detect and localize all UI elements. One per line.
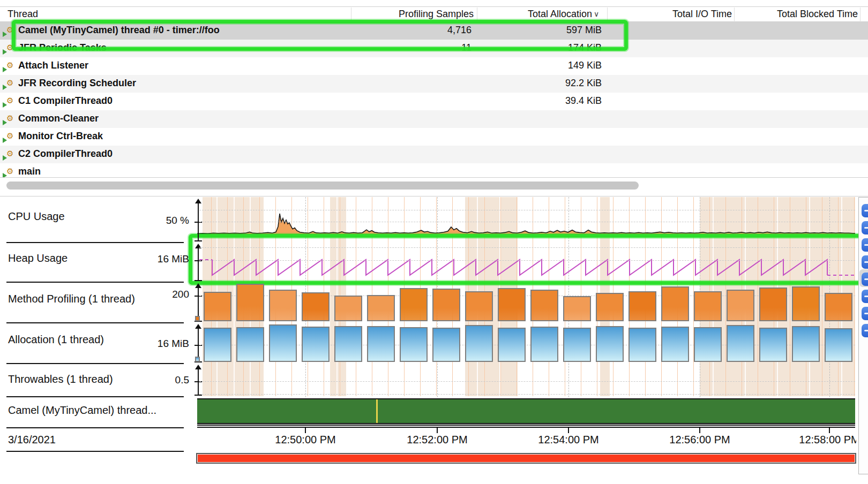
table-row[interactable]: ⚙main (0, 163, 868, 177)
lane-control-button[interactable] (862, 290, 868, 303)
allocation-bar[interactable] (628, 328, 656, 362)
method-profiling-bar[interactable] (498, 288, 526, 321)
total-allocation-cell: 174 KiB (505, 42, 602, 54)
table-row[interactable]: ⚙C2 CompilerThread0 (0, 146, 868, 163)
lane-gridline-cpu (199, 210, 855, 210)
time-axis-line2 (197, 427, 855, 428)
lane-axis-arrow-cpu (195, 199, 201, 203)
allocation-bar[interactable] (269, 324, 297, 362)
method-profiling-bar[interactable] (694, 291, 722, 321)
allocation-bar[interactable] (661, 327, 689, 362)
grid-line-vertical (822, 197, 822, 396)
lane-tick-label-alloc: 16 MiB (125, 338, 189, 350)
thread-gear-icon: ⚙ (6, 131, 13, 141)
table-row[interactable]: ⚙JFR Recording Scheduler92.2 KiB (0, 75, 868, 93)
thread-gear-icon: ⚙ (6, 78, 13, 88)
table-horizontal-scrollbar[interactable] (6, 182, 639, 190)
thread-gear-icon: ⚙ (6, 167, 13, 176)
lane-control-button[interactable] (862, 324, 868, 337)
lane-gridline-alloc (199, 345, 855, 345)
time-range-scrollbar-thumb[interactable] (198, 455, 855, 462)
method-profiling-bar[interactable] (204, 292, 231, 321)
column-header-thread[interactable]: Thread (8, 7, 38, 21)
grid-line-vertical (790, 197, 790, 396)
lane-control-button[interactable] (862, 204, 868, 217)
method-profiling-bar[interactable] (530, 290, 558, 321)
table-row[interactable]: ⚙Attach Listener149 KiB (0, 57, 868, 75)
time-axis-tick (437, 427, 438, 433)
column-header-total-allocation[interactable]: Total Allocation (485, 7, 592, 21)
thread-name-cell: C2 CompilerThread0 (18, 148, 113, 160)
allocation-bar[interactable] (563, 328, 591, 362)
lane-gridline-cpu (199, 222, 855, 222)
allocation-bar[interactable] (400, 327, 428, 362)
method-profiling-bar[interactable] (628, 291, 656, 321)
lane-separator (6, 282, 184, 283)
allocation-bar[interactable] (367, 326, 395, 362)
table-row[interactable]: ⚙C1 CompilerThread039.4 KiB (0, 93, 868, 110)
method-profiling-bar[interactable] (759, 288, 787, 321)
time-tick-label: 12:52:00 PM (394, 433, 480, 447)
time-range-scrollbar[interactable] (196, 453, 856, 464)
thread-event-marker (376, 399, 378, 423)
thread-gear-icon: ⚙ (6, 114, 13, 123)
allocation-bar[interactable] (596, 326, 624, 362)
thread-table: ThreadProfiling SamplesTotal AllocationT… (0, 0, 868, 196)
lane-control-button[interactable] (862, 221, 868, 235)
lane-control-button[interactable] (862, 273, 868, 286)
method-profiling-bar[interactable] (334, 296, 362, 321)
time-tick-label: 12:58:00 PM (787, 433, 856, 447)
allocation-bar[interactable] (302, 327, 330, 362)
allocation-bar[interactable] (792, 326, 820, 362)
sort-descending-icon[interactable]: ∨ (594, 7, 604, 21)
profiling-samples-cell: 11 (375, 42, 472, 54)
thread-name-cell: main (18, 166, 41, 177)
time-axis-tick (699, 427, 700, 433)
allocation-bar[interactable] (825, 328, 852, 362)
allocation-bar[interactable] (236, 327, 264, 362)
lane-separator (6, 242, 184, 243)
table-row[interactable]: ⚙Monitor Ctrl-Break (0, 128, 868, 146)
method-profiling-bar[interactable] (400, 288, 428, 321)
lane-axis-basetick-cpu (194, 240, 202, 241)
allocation-bar[interactable] (432, 328, 460, 362)
column-header-profiling-samples[interactable]: Profiling Samples (366, 7, 474, 21)
total-allocation-cell: 92.2 KiB (505, 78, 602, 89)
method-profiling-bar[interactable] (825, 293, 852, 321)
thread-activity-span[interactable] (197, 398, 855, 424)
method-profiling-bar[interactable] (727, 290, 754, 321)
allocation-bar[interactable] (465, 325, 493, 362)
lane-control-button[interactable] (862, 307, 868, 320)
allocation-bar[interactable] (334, 326, 362, 362)
method-profiling-bar[interactable] (661, 286, 689, 321)
lane-control-button[interactable] (862, 238, 868, 252)
method-profiling-bar[interactable] (596, 293, 624, 321)
table-row[interactable]: ⚙JFR Periodic Tasks11174 KiB (0, 40, 868, 57)
lane-control-button[interactable] (862, 255, 868, 269)
allocation-bar[interactable] (530, 327, 558, 362)
column-header-total-io-time[interactable]: Total I/O Time (625, 7, 732, 21)
method-profiling-bar[interactable] (792, 286, 820, 321)
allocation-bar[interactable] (694, 327, 722, 362)
allocation-bar[interactable] (759, 328, 787, 362)
thread-name-cell: C1 CompilerThread0 (18, 95, 113, 107)
allocation-bar-clipped (195, 357, 200, 362)
column-header-total-blocked-time[interactable]: Total Blocked Time (751, 7, 858, 21)
table-row[interactable]: ⚙Camel (MyTinyCamel) thread #0 - timer:/… (0, 22, 868, 40)
method-profiling-bar[interactable] (465, 291, 493, 321)
method-profiling-bar[interactable] (432, 289, 460, 321)
thread-gear-icon: ⚙ (6, 61, 13, 70)
thread-name-cell: Common-Cleaner (18, 113, 99, 124)
method-profiling-bar[interactable] (302, 292, 330, 321)
method-profiling-bar[interactable] (367, 295, 395, 321)
method-profiling-bar[interactable] (269, 290, 297, 321)
allocation-bar[interactable] (727, 325, 754, 362)
lane-separator (6, 451, 184, 452)
lane-label-thread-activity: Camel (MyTinyCamel) thread... (8, 404, 156, 417)
allocation-bar[interactable] (498, 328, 526, 362)
table-row[interactable]: ⚙Common-Cleaner (0, 110, 868, 128)
grid-line-vertical (758, 197, 758, 396)
method-profiling-bar[interactable] (563, 296, 591, 321)
allocation-bar[interactable] (204, 328, 231, 362)
method-profiling-bar[interactable] (236, 284, 264, 321)
